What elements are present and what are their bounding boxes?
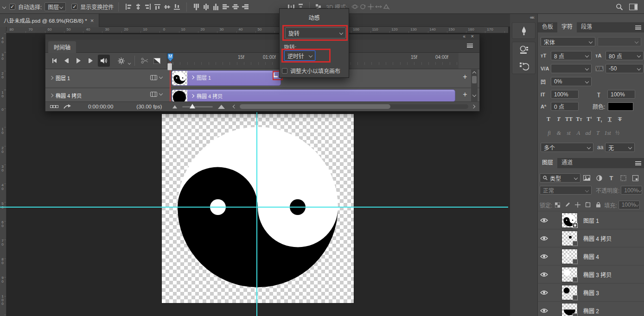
panel-menu-icon[interactable] <box>635 25 641 30</box>
faux-italic-icon[interactable]: T <box>554 116 564 124</box>
align-left-icon[interactable] <box>123 1 133 13</box>
workspace-switcher-icon[interactable] <box>626 1 640 13</box>
brush-settings-panel-icon[interactable] <box>514 23 534 38</box>
lock-pixels-icon[interactable] <box>562 199 573 211</box>
blend-mode-dropdown[interactable]: 正常 <box>540 186 592 195</box>
language-dropdown[interactable]: 多个 <box>541 143 593 152</box>
filter-type-layers-icon[interactable]: T <box>606 172 617 184</box>
ot-discretionary-icon[interactable]: st <box>564 130 574 137</box>
3d-roll-icon[interactable] <box>359 1 367 13</box>
collapse-dock-icon[interactable]: «« <box>510 13 537 21</box>
tool-preset-chevron-icon[interactable] <box>2 5 6 8</box>
clip-layer-1[interactable]: 图层 1 <box>172 70 281 86</box>
underline-icon[interactable]: T <box>605 116 615 124</box>
expand-clip-icon[interactable] <box>191 94 194 98</box>
panel-menu-icon[interactable] <box>635 161 641 165</box>
align-bottom-icon[interactable] <box>172 1 182 13</box>
font-style-dropdown[interactable] <box>598 37 641 46</box>
filter-pixel-layers-icon[interactable] <box>580 172 593 184</box>
tab-paragraph[interactable]: 段落 <box>577 20 596 32</box>
show-transform-checkbox[interactable]: ✓ <box>71 4 77 10</box>
layer-thumbnail[interactable] <box>562 267 577 282</box>
track-header[interactable]: 图层 1 <box>50 74 70 82</box>
all-caps-icon[interactable]: TT <box>564 116 574 124</box>
scroll-right-icon[interactable] <box>472 105 475 108</box>
ot-ligatures-icon[interactable]: fi <box>544 130 554 137</box>
layer-thumbnail[interactable] <box>562 213 577 228</box>
layer-row[interactable]: 椭圆 4 <box>538 247 644 265</box>
layer-row[interactable]: 椭圆 2 <box>538 302 644 316</box>
panel-menu-icon[interactable] <box>467 44 473 48</box>
zoom-out-timeline-icon[interactable] <box>170 101 179 113</box>
resize-to-fill-checkbox[interactable] <box>282 68 287 74</box>
align-center-horizontal-icon[interactable] <box>133 1 143 13</box>
faux-bold-icon[interactable]: T <box>543 116 554 124</box>
previous-frame-button[interactable] <box>60 55 72 67</box>
timeline-zoom-slider[interactable] <box>182 106 213 107</box>
clip-ellipse-4-copy[interactable]: 椭圆 4 拷贝 <box>172 89 455 102</box>
history-panel-icon[interactable] <box>514 58 534 74</box>
distribute-bottom-icon[interactable] <box>211 1 221 13</box>
close-tab-icon[interactable]: × <box>90 17 94 24</box>
3d-pan-icon[interactable] <box>367 1 375 13</box>
distribute-top-icon[interactable] <box>191 1 201 13</box>
add-media-button[interactable]: + <box>461 91 469 99</box>
small-caps-icon[interactable]: TT <box>574 116 584 124</box>
scrollbar-thumb[interactable] <box>472 76 477 83</box>
expand-clip-icon[interactable] <box>191 76 194 79</box>
expand-track-icon[interactable] <box>50 94 53 97</box>
opacity-input[interactable]: 100% <box>621 186 642 195</box>
distribute-left-icon[interactable] <box>221 1 230 13</box>
expand-track-icon[interactable] <box>50 76 53 80</box>
video-track-icon[interactable] <box>150 92 157 97</box>
vertical-guide[interactable] <box>256 112 257 316</box>
vertical-ruler[interactable]: 40 30 20 10 0 10 20 30 40 50 60 70 80 90… <box>0 27 6 316</box>
layer-row[interactable]: 图层 1 <box>538 211 644 229</box>
strikethrough-icon[interactable]: T <box>615 116 625 124</box>
horizontal-guide[interactable] <box>0 207 508 208</box>
filter-adjustment-layers-icon[interactable] <box>593 172 606 184</box>
visibility-eye-icon[interactable] <box>538 272 550 277</box>
add-media-button[interactable]: + <box>461 73 469 82</box>
tsume-dropdown[interactable]: 0% <box>551 77 592 86</box>
lock-position-icon[interactable] <box>573 199 583 211</box>
zoom-in-timeline-icon[interactable] <box>216 101 227 113</box>
fill-input[interactable]: 100% <box>618 201 640 209</box>
properties-panel-icon[interactable] <box>514 42 534 58</box>
superscript-icon[interactable]: T1 <box>584 116 594 124</box>
work-area-handle[interactable] <box>167 63 172 70</box>
distribute-right-icon[interactable] <box>240 1 250 13</box>
align-right-icon[interactable] <box>143 1 153 13</box>
tracking-dropdown[interactable]: -50 <box>606 64 644 73</box>
distribute-horizontal-center-icon[interactable] <box>230 1 240 13</box>
distribute-vertical-center-icon[interactable] <box>201 1 211 13</box>
ot-alternates-icon[interactable]: & <box>554 130 564 137</box>
close-panel-icon[interactable]: × <box>471 33 474 39</box>
filter-smart-objects-icon[interactable] <box>630 172 641 184</box>
tab-character[interactable]: 字符 <box>557 20 577 32</box>
ot-stylistic-icon[interactable]: ad <box>583 130 593 137</box>
align-top-icon[interactable] <box>153 1 162 13</box>
ot-titling-icon[interactable]: T <box>593 130 603 137</box>
layer-thumbnail[interactable] <box>562 303 577 316</box>
convert-to-frame-animation-icon[interactable] <box>47 101 61 113</box>
text-color-swatch[interactable] <box>608 102 633 111</box>
layer-thumbnail[interactable] <box>562 249 577 264</box>
layer-row[interactable]: 椭圆 3 <box>538 284 644 302</box>
layer-row[interactable]: 椭圆 3 拷贝 <box>538 265 644 284</box>
split-clip-scissors-icon[interactable] <box>139 55 151 67</box>
layer-thumbnail[interactable] <box>562 231 577 246</box>
first-frame-button[interactable] <box>48 55 60 67</box>
timeline-settings-gear-icon[interactable] <box>115 55 127 67</box>
filter-shape-layers-icon[interactable] <box>617 172 630 184</box>
subscript-icon[interactable]: T1 <box>594 116 605 124</box>
track-header[interactable]: 椭圆 4 拷贝 <box>50 92 82 99</box>
scroll-up-icon[interactable] <box>472 71 476 75</box>
align-center-vertical-icon[interactable] <box>162 1 172 13</box>
timeline-window-titlebar[interactable]: « × <box>45 34 479 40</box>
vertical-scale-input[interactable]: 100% <box>551 90 579 99</box>
scrollbar-thumb[interactable] <box>240 104 390 109</box>
visibility-eye-icon[interactable] <box>538 308 550 313</box>
video-track-icon[interactable] <box>150 75 157 80</box>
horizontal-ruler[interactable]: 80 70 60 50 40 30 20 10 0 10 20 30 40 50… <box>0 27 508 33</box>
